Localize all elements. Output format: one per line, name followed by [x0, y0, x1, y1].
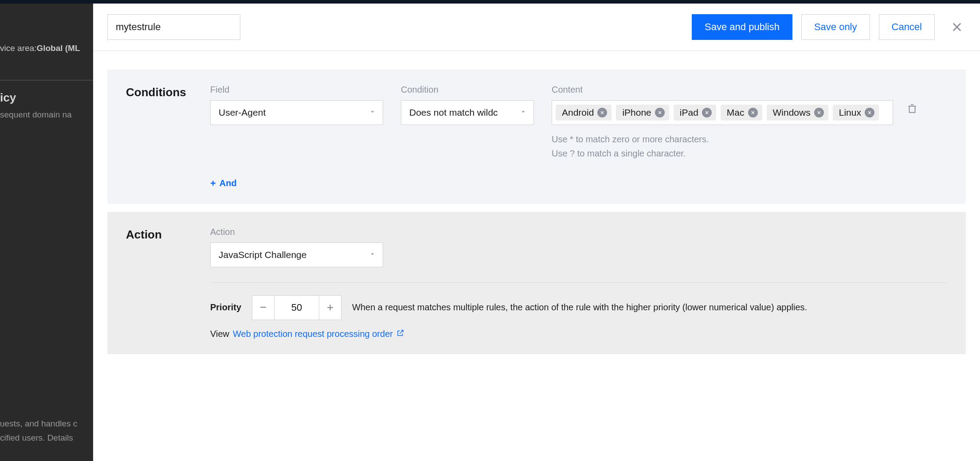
bg-domain-text: sequent domain na [0, 110, 72, 120]
hint-line1: Use * to match zero or more characters. [552, 132, 947, 146]
panel-top-strip [93, 0, 980, 4]
priority-stepper[interactable]: − 50 + [252, 295, 341, 320]
save-only-button[interactable]: Save only [801, 14, 870, 40]
add-and-label: And [220, 178, 237, 188]
save-and-publish-button[interactable]: Save and publish [692, 14, 792, 40]
tag-remove-icon[interactable] [655, 108, 665, 117]
action-section: Action Action JavaScript Challenge Prior… [107, 212, 966, 354]
conditions-title: Conditions [126, 85, 192, 189]
tag-label: iPhone [622, 107, 651, 118]
conditions-section: Conditions Field User-Agent [107, 70, 966, 204]
tag-label: Mac [727, 107, 745, 118]
processing-order-link[interactable]: Web protection request processing order [233, 329, 404, 339]
chevron-down-icon [368, 250, 376, 260]
tag-remove-icon[interactable] [748, 108, 758, 117]
tag-remove-icon[interactable] [702, 108, 712, 117]
field-label: Field [210, 85, 383, 95]
tag-android: Android [556, 105, 612, 121]
action-title: Action [126, 227, 192, 339]
bg-uests-line2: cified users. Details [0, 431, 77, 445]
tag-remove-icon[interactable] [597, 108, 607, 117]
tag-mac: Mac [721, 105, 762, 121]
content-tags-input[interactable]: Android iPhone iPad [552, 100, 893, 125]
panel-header: Save and publish Save only Cancel [93, 4, 980, 51]
condition-select[interactable]: Does not match wildc [401, 100, 534, 125]
panel-body: Conditions Field User-Agent [93, 51, 980, 381]
tag-label: Windows [773, 107, 811, 118]
condition-select-value: Does not match wildc [409, 107, 498, 118]
priority-label: Priority [210, 302, 241, 313]
tag-windows: Windows [767, 105, 828, 121]
priority-decrement-button[interactable]: − [252, 296, 274, 320]
bg-service-area: vice area:Global (ML [0, 43, 80, 53]
bg-uests-text: uests, and handles c cified users. Detai… [0, 417, 77, 445]
tag-remove-icon[interactable] [814, 108, 824, 117]
bg-divider [0, 80, 93, 81]
condition-label: Condition [401, 85, 534, 95]
tag-linux: Linux [833, 105, 879, 121]
priority-description: When a request matches multiple rules, t… [352, 302, 807, 313]
content-hint: Use * to match zero or more characters. … [552, 132, 947, 160]
rule-name-input[interactable] [107, 14, 240, 40]
field-select[interactable]: User-Agent [210, 100, 383, 125]
action-select-value: JavaScript Challenge [219, 250, 306, 260]
content-label: Content [552, 85, 947, 95]
view-link-text: Web protection request processing order [233, 329, 393, 339]
action-divider [210, 282, 947, 283]
close-icon[interactable] [948, 18, 966, 36]
add-and-button[interactable]: + And [210, 178, 237, 188]
tag-label: Linux [839, 107, 861, 118]
side-panel: Save and publish Save only Cancel Condit… [93, 0, 980, 461]
field-select-value: User-Agent [219, 107, 266, 118]
external-link-icon [396, 329, 404, 339]
cancel-button[interactable]: Cancel [879, 14, 935, 40]
tag-label: iPad [680, 107, 698, 118]
priority-increment-button[interactable]: + [319, 296, 341, 320]
view-label: View [210, 329, 229, 339]
tag-remove-icon[interactable] [865, 108, 874, 117]
bg-icy-text: icy [0, 91, 16, 105]
bg-uests-line1: uests, and handles c [0, 417, 77, 431]
tag-iphone: iPhone [616, 105, 669, 121]
bg-service-label: vice area: [0, 43, 36, 53]
chevron-down-icon [368, 107, 376, 118]
plus-icon: + [210, 179, 216, 188]
action-select[interactable]: JavaScript Challenge [210, 242, 383, 267]
hint-line2: Use ? to match a single character. [552, 146, 947, 160]
priority-value: 50 [274, 296, 319, 320]
tag-ipad: iPad [674, 105, 716, 121]
action-label: Action [210, 227, 383, 237]
tag-label: Android [562, 107, 594, 118]
bg-service-value: Global (ML [36, 43, 80, 53]
chevron-down-icon [519, 107, 527, 118]
delete-condition-icon[interactable] [906, 100, 918, 117]
